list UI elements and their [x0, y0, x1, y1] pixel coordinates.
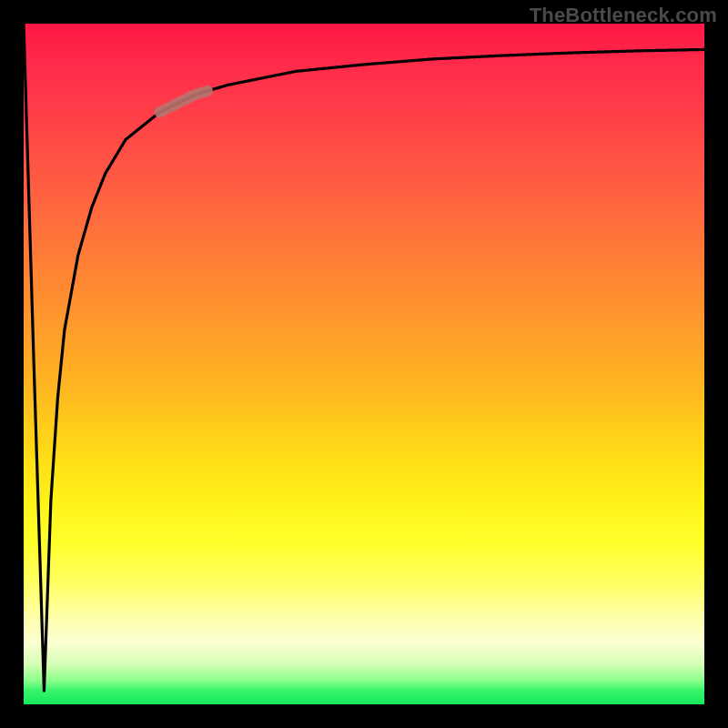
curve-highlight [160, 91, 207, 112]
curve-layer [24, 24, 704, 704]
chart-frame: TheBottleneck.com [0, 0, 728, 728]
watermark: TheBottleneck.com [530, 4, 717, 27]
bottleneck-curve [24, 24, 704, 691]
